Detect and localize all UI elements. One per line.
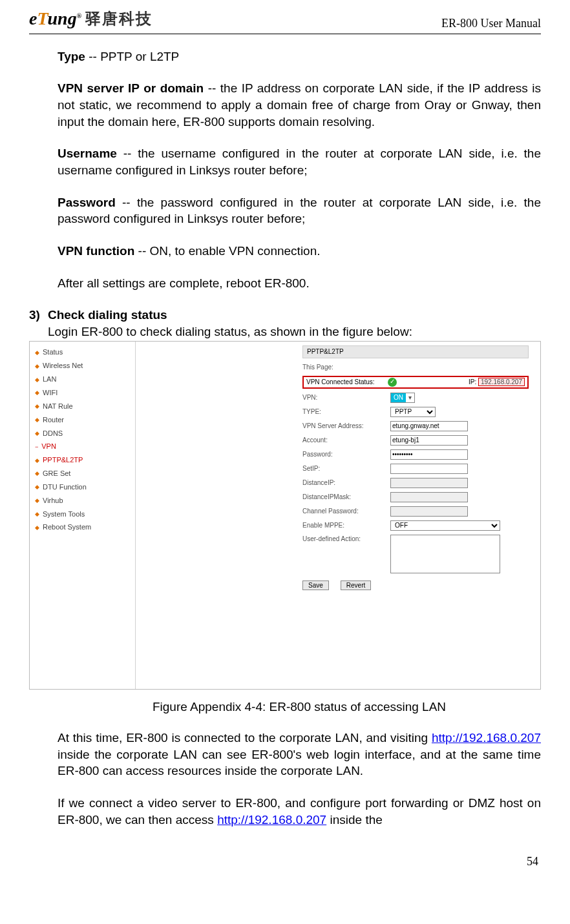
status-label: VPN Connected Status: — [306, 378, 375, 387]
revert-button[interactable]: Revert — [341, 580, 371, 590]
distmask-input[interactable] — [390, 492, 468, 502]
link-2[interactable]: http://192.168.0.207 — [217, 813, 326, 826]
account-input[interactable] — [390, 435, 468, 446]
mppe-label: Enable MPPE: — [302, 521, 385, 530]
sidebar-item-status[interactable]: ◆Status — [35, 345, 130, 359]
userdef-textarea[interactable] — [390, 535, 500, 573]
link-1[interactable]: http://192.168.0.207 — [432, 731, 541, 744]
bullet-icon: ◆ — [35, 429, 39, 437]
distip-input[interactable] — [390, 478, 468, 488]
figure-caption: Figure Appendix 4-4: ER-800 status of ac… — [58, 699, 541, 715]
chevron-down-icon: ▾ — [406, 393, 414, 402]
logo-text: eTung® — [29, 6, 81, 31]
bullet-icon: ◆ — [35, 457, 39, 464]
distmask-label: DistanceIPMask: — [302, 493, 385, 502]
vpn-status-row: VPN Connected Status: IP: 192.168.0.207 — [302, 376, 529, 389]
setip-input[interactable] — [390, 464, 468, 474]
chanpw-input[interactable] — [390, 506, 468, 517]
mppe-select[interactable]: OFF — [390, 520, 500, 531]
type-text: -- PPTP or L2TP — [85, 50, 179, 63]
sidebar-sub-gre[interactable]: ◆GRE Set — [35, 467, 130, 480]
password-text: -- the password configured in the router… — [58, 196, 541, 226]
username-text: -- the username configured in the router… — [58, 147, 541, 177]
step3-intro: Login ER-800 to check dialing status, as… — [48, 323, 541, 340]
sidebar: ◆Status ◆Wireless Net ◆LAN ◆WIFI ◆NAT Ru… — [30, 342, 136, 689]
panel-title: PPTP&L2TP — [302, 345, 529, 358]
embedded-screenshot: ◆Status ◆Wireless Net ◆LAN ◆WIFI ◆NAT Ru… — [29, 341, 541, 690]
password-label: Password: — [302, 450, 385, 459]
server-input[interactable] — [390, 421, 468, 431]
logo: eTung® 驿唐科技 — [29, 6, 153, 31]
bullet-icon: ◆ — [35, 389, 39, 396]
sidebar-item-reboot[interactable]: ◆Reboot System — [35, 520, 130, 534]
sidebar-item-virhub[interactable]: ◆Virhub — [35, 494, 130, 508]
sidebar-item-wireless[interactable]: ◆Wireless Net — [35, 359, 130, 373]
save-button[interactable]: Save — [302, 580, 329, 590]
bullet-icon: ◆ — [35, 362, 39, 370]
password-para: Password -- the password configured in t… — [58, 194, 541, 227]
minus-icon: − — [35, 443, 38, 451]
type-para: Type -- PPTP or L2TP — [58, 48, 541, 65]
this-page-label: This Page: — [302, 363, 385, 372]
server-label: VPN Server Address: — [302, 422, 385, 431]
bullet-icon: ◆ — [35, 497, 39, 504]
sidebar-sub-pptp[interactable]: ◆PPTP&L2TP — [35, 453, 130, 467]
check-icon — [388, 378, 397, 387]
step3-number: 3) — [29, 307, 40, 340]
chanpw-label: Channel Password: — [302, 507, 385, 516]
bullet-icon: ◆ — [35, 349, 39, 356]
sidebar-item-nat[interactable]: ◆NAT Rule — [35, 400, 130, 413]
bullet-icon: ◆ — [35, 402, 39, 410]
logo-cn: 驿唐科技 — [85, 8, 153, 29]
vpn-ip-para: VPN server IP or domain -- the IP addres… — [58, 80, 541, 130]
vpnfn-text: -- ON, to enable VPN connection. — [134, 244, 320, 258]
sidebar-item-dtu[interactable]: ◆DTU Function — [35, 480, 130, 494]
page-number: 54 — [29, 854, 541, 869]
vpn-select[interactable]: ON▾ — [390, 393, 415, 403]
userdef-label: User-defined Action: — [302, 535, 385, 544]
type-select[interactable]: PPTP — [390, 407, 436, 417]
type-label: TYPE: — [302, 407, 385, 416]
after-settings: After all settings are complete, reboot … — [58, 275, 541, 292]
after-fig-para-1: At this time, ER-800 is connected to the… — [58, 730, 541, 779]
bullet-icon: ◆ — [35, 524, 39, 531]
password-label: Password — [58, 196, 116, 209]
setip-label: SetIP: — [302, 464, 385, 473]
distip-label: DistanceIP: — [302, 478, 385, 488]
manual-title: ER-800 User Manual — [441, 15, 541, 31]
sidebar-item-lan[interactable]: ◆LAN — [35, 373, 130, 386]
type-label: Type — [58, 50, 85, 63]
username-label: Username — [58, 147, 117, 160]
ip-value: 192.168.0.207 — [478, 378, 525, 386]
bullet-icon: ◆ — [35, 483, 39, 491]
username-para: Username -- the username configured in t… — [58, 145, 541, 178]
ip-label: IP: — [469, 378, 476, 385]
bullet-icon: ◆ — [35, 416, 39, 424]
sidebar-item-router[interactable]: ◆Router — [35, 413, 130, 427]
sidebar-item-systools[interactable]: ◆System Tools — [35, 508, 130, 521]
form-panel: PPTP&L2TP This Page: VPN Connected Statu… — [136, 342, 540, 689]
step3-title: Check dialing status — [48, 307, 541, 323]
account-label: Account: — [302, 436, 385, 445]
password-input[interactable] — [390, 449, 468, 460]
after-fig-para-2: If we connect a video server to ER-800, … — [58, 795, 541, 828]
vpn-label: VPN: — [302, 393, 385, 402]
vpnfn-label: VPN function — [58, 244, 134, 258]
bullet-icon: ◆ — [35, 510, 39, 518]
bullet-icon: ◆ — [35, 469, 39, 477]
sidebar-item-wifi[interactable]: ◆WIFI — [35, 386, 130, 400]
bullet-icon: ◆ — [35, 376, 39, 384]
sidebar-item-vpn[interactable]: −VPN — [35, 440, 130, 453]
page-header: eTung® 驿唐科技 ER-800 User Manual — [29, 0, 541, 34]
vpnfn-para: VPN function -- ON, to enable VPN connec… — [58, 243, 541, 260]
vpn-ip-label: VPN server IP or domain — [58, 81, 204, 95]
sidebar-item-ddns[interactable]: ◆DDNS — [35, 427, 130, 440]
